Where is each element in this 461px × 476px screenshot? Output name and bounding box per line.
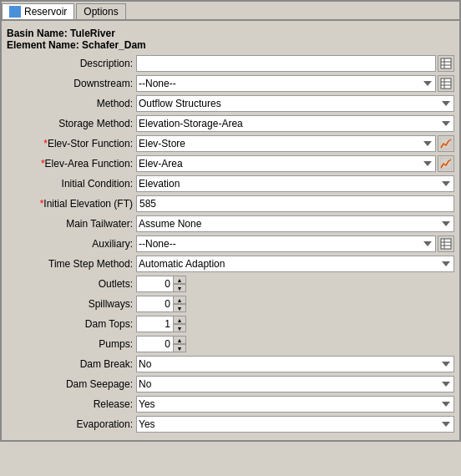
dam-tops-label: Dam Tops: — [7, 318, 136, 330]
method-control: Outflow Structures — [136, 95, 454, 112]
main-tailwater-control: Assume None — [136, 215, 454, 232]
tab-options[interactable]: Options — [76, 3, 125, 19]
elev-area-chart-btn[interactable] — [438, 155, 454, 172]
dam-seepage-control: No — [136, 376, 454, 392]
pumps-down-btn[interactable]: ▼ — [173, 344, 186, 352]
storage-method-select[interactable]: Elevation-Storage-Area — [136, 115, 454, 132]
initial-condition-control: Elevation — [136, 175, 454, 192]
spillways-control: ▲ ▼ — [136, 296, 454, 312]
basin-label: Basin Name: — [7, 28, 68, 39]
elev-stor-select[interactable]: Elev-Store — [136, 135, 436, 152]
elev-stor-control: Elev-Store — [136, 135, 454, 152]
pumps-spinner: ▲ ▼ — [136, 336, 186, 352]
basin-value: TuleRiver — [70, 28, 115, 39]
auxiliary-select[interactable]: --None-- — [136, 235, 436, 252]
storage-method-row: Storage Method: Elevation-Storage-Area — [7, 114, 454, 133]
dam-seepage-select[interactable]: No — [136, 376, 454, 392]
initial-elevation-control — [136, 195, 454, 212]
elev-area-select[interactable]: Elev-Area — [136, 155, 436, 172]
description-control — [136, 55, 454, 72]
outlets-down-btn[interactable]: ▼ — [173, 284, 186, 292]
svg-rect-4 — [441, 78, 451, 89]
tab-reservoir[interactable]: Reservoir — [2, 3, 74, 19]
tab-bar: Reservoir Options — [2, 2, 459, 19]
downstream-spreadsheet-btn[interactable] — [438, 75, 454, 92]
element-value: Schafer_Dam — [82, 39, 146, 51]
auxiliary-label: Auxiliary: — [7, 238, 136, 250]
dam-break-label: Dam Break: — [7, 358, 136, 370]
elev-area-control: Elev-Area — [136, 155, 454, 172]
initial-condition-row: Initial Condition: Elevation — [7, 175, 454, 193]
outlets-spinner: ▲ ▼ — [136, 276, 186, 292]
storage-method-control: Elevation-Storage-Area — [136, 115, 454, 132]
description-spreadsheet-btn[interactable] — [438, 55, 454, 72]
release-row: Release: Yes — [7, 395, 454, 413]
pumps-spinner-btns: ▲ ▼ — [173, 336, 186, 352]
spreadsheet-icon-3 — [440, 238, 452, 250]
elev-area-row: *Elev-Area Function: Elev-Area — [7, 154, 454, 173]
elev-stor-row: *Elev-Stor Function: Elev-Store — [7, 134, 454, 153]
dam-tops-up-btn[interactable]: ▲ — [173, 316, 186, 324]
description-input[interactable] — [136, 55, 436, 72]
dam-tops-control: ▲ ▼ — [136, 316, 454, 332]
elev-area-label: *Elev-Area Function: — [7, 158, 136, 170]
basin-name-row: Basin Name: TuleRiver — [7, 28, 454, 39]
pumps-row: Pumps: ▲ ▼ — [7, 335, 454, 353]
main-window: Reservoir Options Basin Name: TuleRiver … — [0, 0, 461, 442]
outlets-spinner-btns: ▲ ▼ — [173, 276, 186, 292]
dam-break-select[interactable]: No — [136, 356, 454, 372]
method-select[interactable]: Outflow Structures — [136, 95, 454, 112]
elev-stor-chart-btn[interactable] — [438, 135, 454, 152]
outlets-row: Outlets: ▲ ▼ — [7, 275, 454, 293]
downstream-select[interactable]: --None-- — [136, 75, 436, 92]
downstream-control: --None-- — [136, 75, 454, 92]
time-step-select[interactable]: Automatic Adaption — [136, 256, 454, 272]
initial-condition-select[interactable]: Elevation — [136, 175, 454, 192]
time-step-row: Time Step Method: Automatic Adaption — [7, 255, 454, 273]
spillways-spinner: ▲ ▼ — [136, 296, 186, 312]
dam-tops-spinner-btns: ▲ ▼ — [173, 316, 186, 332]
downstream-row: Downstream: --None-- — [7, 74, 454, 93]
elev-area-label-text: Elev-Area Function: — [45, 158, 133, 170]
spreadsheet-icon-2 — [440, 78, 452, 89]
chart-icon — [440, 138, 452, 149]
initial-elevation-label-text: Initial Elevation (FT) — [43, 198, 133, 210]
elev-stor-label-text: Elev-Stor Function: — [48, 138, 133, 149]
main-tailwater-label: Main Tailwater: — [7, 218, 136, 230]
description-row: Description: — [7, 54, 454, 73]
downstream-label: Downstream: — [7, 78, 136, 89]
pumps-label: Pumps: — [7, 338, 136, 350]
main-tailwater-select[interactable]: Assume None — [136, 215, 454, 232]
auxiliary-spreadsheet-btn[interactable] — [438, 235, 454, 252]
evaporation-row: Evaporation: Yes — [7, 415, 454, 433]
pumps-control: ▲ ▼ — [136, 336, 454, 352]
header-info: Basin Name: TuleRiver Element Name: Scha… — [7, 24, 454, 54]
tab-reservoir-label: Reservoir — [24, 6, 67, 18]
spreadsheet-icon — [440, 58, 452, 69]
pumps-up-btn[interactable]: ▲ — [173, 336, 186, 344]
description-label: Description: — [7, 58, 136, 69]
spillways-row: Spillways: ▲ ▼ — [7, 295, 454, 313]
method-row: Method: Outflow Structures — [7, 94, 454, 113]
dam-tops-spinner: ▲ ▼ — [136, 316, 186, 332]
dam-tops-row: Dam Tops: ▲ ▼ — [7, 315, 454, 333]
initial-elevation-input[interactable] — [136, 195, 454, 212]
spillways-up-btn[interactable]: ▲ — [173, 296, 186, 304]
auxiliary-control: --None-- — [136, 235, 454, 252]
form-container: Description: Downstream: — [7, 54, 454, 433]
dam-seepage-row: Dam Seepage: No — [7, 375, 454, 393]
initial-condition-label: Initial Condition: — [7, 178, 136, 190]
element-label: Element Name: — [7, 39, 79, 51]
release-select[interactable]: Yes — [136, 396, 454, 413]
time-step-control: Automatic Adaption — [136, 256, 454, 272]
reservoir-icon — [9, 6, 21, 18]
dam-tops-down-btn[interactable]: ▼ — [173, 324, 186, 332]
spillways-spinner-btns: ▲ ▼ — [173, 296, 186, 312]
evaporation-select[interactable]: Yes — [136, 416, 454, 433]
outlets-up-btn[interactable]: ▲ — [173, 276, 186, 284]
dam-seepage-label: Dam Seepage: — [7, 378, 136, 390]
spillways-down-btn[interactable]: ▼ — [173, 304, 186, 312]
evaporation-control: Yes — [136, 416, 454, 433]
element-name-row: Element Name: Schafer_Dam — [7, 39, 454, 51]
spillways-label: Spillways: — [7, 298, 136, 310]
